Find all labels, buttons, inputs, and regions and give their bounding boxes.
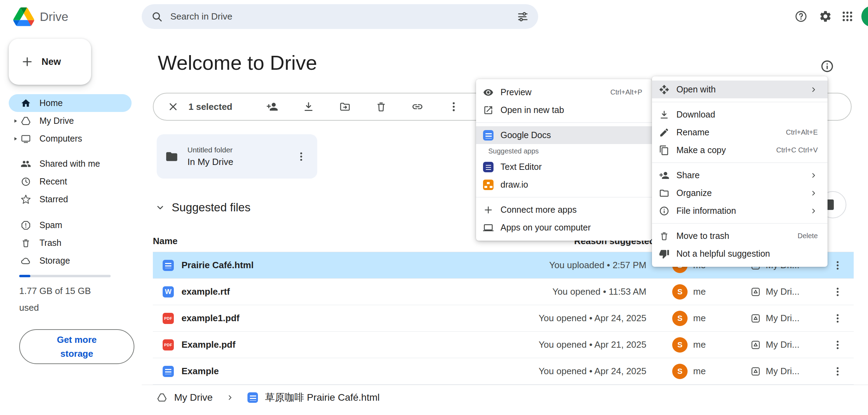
menu-divider: [652, 223, 828, 224]
menu-item-move-to-trash[interactable]: Move to trash Delete: [652, 227, 828, 245]
menu-item-rename[interactable]: Rename Ctrl+Alt+E: [652, 123, 828, 141]
selected-count-label: 1 selected: [188, 101, 232, 112]
more-vert-icon[interactable]: [446, 99, 461, 114]
more-vert-icon[interactable]: [830, 311, 845, 326]
menu-item-connect-more-apps[interactable]: Connect more apps: [476, 201, 652, 219]
open-with-submenu: Preview Ctrl+Alt+P Open in new tab Googl…: [476, 79, 652, 241]
menu-item-open-in-new-tab[interactable]: Open in new tab: [476, 101, 652, 119]
sidebar-item-storage[interactable]: Storage: [9, 252, 132, 270]
suggested-files-header[interactable]: Suggested files: [155, 199, 251, 216]
sidebar-item-home[interactable]: Home: [9, 94, 132, 112]
new-button[interactable]: New: [9, 39, 91, 85]
owner-name: me: [693, 366, 706, 377]
sidebar-item-my-drive[interactable]: My Drive: [9, 112, 132, 130]
laptop-icon: [476, 222, 500, 233]
file-row[interactable]: W example.rtf You opened • 11:53 AM S me…: [153, 279, 854, 305]
sidebar-item-shared-with-me[interactable]: Shared with me: [9, 155, 132, 173]
breadcrumb-root[interactable]: My Drive: [174, 392, 213, 403]
submenu-arrow-icon: [809, 171, 818, 180]
page-title: Welcome to Drive: [158, 51, 317, 74]
search-input[interactable]: [170, 11, 510, 22]
menu-item-organize[interactable]: Organize: [652, 184, 828, 202]
settings-gear-icon[interactable]: [818, 9, 833, 24]
file-row[interactable]: Example You opened • Apr 24, 2025 S me M…: [153, 358, 854, 385]
trash-icon[interactable]: [373, 99, 389, 114]
sidebar-item-spam[interactable]: Spam: [9, 216, 132, 234]
chevron-down-icon[interactable]: [155, 202, 165, 213]
file-location: My Dri...: [766, 286, 800, 297]
text-editor-icon: [476, 162, 500, 172]
star-icon: [20, 194, 32, 205]
owner-avatar: S: [672, 337, 688, 353]
column-name[interactable]: Name: [153, 236, 178, 247]
download-icon: [652, 110, 676, 120]
rename-pencil-icon: [652, 127, 676, 138]
drawio-icon: [476, 180, 500, 190]
menu-item-make-a-copy[interactable]: Make a copy Ctrl+C Ctrl+V: [652, 141, 828, 159]
menu-item-preview[interactable]: Preview Ctrl+Alt+P: [476, 83, 652, 101]
file-reason: You uploaded • 2:57 PM: [489, 260, 646, 271]
help-icon[interactable]: [793, 9, 809, 24]
move-trash-icon: [652, 231, 676, 241]
menu-item-apps-on-your-computer[interactable]: Apps on your computer: [476, 219, 652, 236]
search-icon[interactable]: [151, 10, 163, 23]
sidebar-item-computers[interactable]: Computers: [9, 130, 132, 148]
get-more-storage-button[interactable]: Get more storage: [19, 329, 134, 364]
menu-item-file-information[interactable]: File information: [652, 202, 828, 220]
folder-card-location: In My Drive: [187, 157, 233, 167]
file-reason: You opened • 11:53 AM: [489, 286, 646, 297]
expand-arrow-icon[interactable]: [11, 118, 20, 124]
location-icon: [750, 287, 761, 297]
menu-item-open-with[interactable]: Open with: [652, 81, 828, 98]
search-bar[interactable]: [142, 4, 538, 29]
menu-divider: [652, 163, 828, 163]
menu-divider: [476, 197, 652, 197]
share-person-icon: [652, 170, 676, 181]
file-pdf-icon: PDF: [163, 339, 174, 350]
search-options-icon[interactable]: [517, 10, 529, 23]
account-avatar[interactable]: [861, 6, 868, 27]
file-context-menu: Open with Download Rename Ctrl+Alt+E Mak…: [652, 76, 828, 267]
link-icon[interactable]: [410, 99, 425, 114]
more-vert-icon[interactable]: [830, 284, 845, 300]
cloud-icon: [20, 256, 32, 266]
add-person-icon[interactable]: [265, 99, 280, 114]
file-location: My Dri...: [766, 339, 800, 350]
expand-arrow-icon[interactable]: [11, 136, 20, 142]
breadcrumb-file[interactable]: 草原咖啡 Prairie Café.html: [265, 391, 379, 404]
file-name: example.rtf: [181, 286, 230, 297]
menu-item-drawio[interactable]: draw.io: [476, 176, 652, 194]
owner-avatar: S: [672, 311, 688, 326]
owner-name: me: [693, 313, 706, 324]
sidebar-item-recent[interactable]: Recent: [9, 173, 132, 190]
file-row[interactable]: PDF example1.pdf You opened • Apr 24, 20…: [153, 305, 854, 332]
people-icon: [20, 159, 32, 169]
owner-avatar: S: [672, 364, 688, 379]
sidebar-nav: Home My Drive Computers Shared: [0, 94, 142, 270]
open-with-icon: [652, 84, 676, 95]
info-icon[interactable]: [819, 59, 835, 74]
menu-item-download[interactable]: Download: [652, 106, 828, 123]
computers-icon: [20, 134, 32, 144]
more-vert-icon[interactable]: [830, 337, 845, 353]
file-location: My Dri...: [766, 366, 800, 377]
apps-grid-icon[interactable]: [840, 9, 855, 24]
menu-item-share[interactable]: Share: [652, 166, 828, 184]
menu-item-text-editor[interactable]: Text Editor: [476, 158, 652, 176]
more-vert-icon[interactable]: [294, 149, 309, 164]
sidebar-item-starred[interactable]: Starred: [9, 190, 132, 208]
folder-icon: [165, 150, 178, 163]
more-vert-icon[interactable]: [830, 364, 845, 379]
download-icon[interactable]: [301, 99, 316, 114]
copy-icon: [652, 145, 676, 156]
menu-item-not-helpful[interactable]: Not a helpful suggestion: [652, 245, 828, 263]
clock-icon: [20, 176, 32, 187]
more-vert-icon[interactable]: [830, 258, 845, 273]
suggested-folder-card[interactable]: Untitled folder In My Drive: [157, 134, 317, 179]
move-folder-icon[interactable]: [337, 99, 353, 114]
drive-triangle-icon: [20, 116, 32, 126]
menu-item-google-docs[interactable]: Google Docs: [476, 126, 652, 144]
sidebar-item-trash[interactable]: Trash: [9, 234, 132, 252]
file-row[interactable]: PDF Example.pdf You opened • Apr 21, 202…: [153, 332, 854, 358]
close-icon[interactable]: [165, 99, 181, 114]
